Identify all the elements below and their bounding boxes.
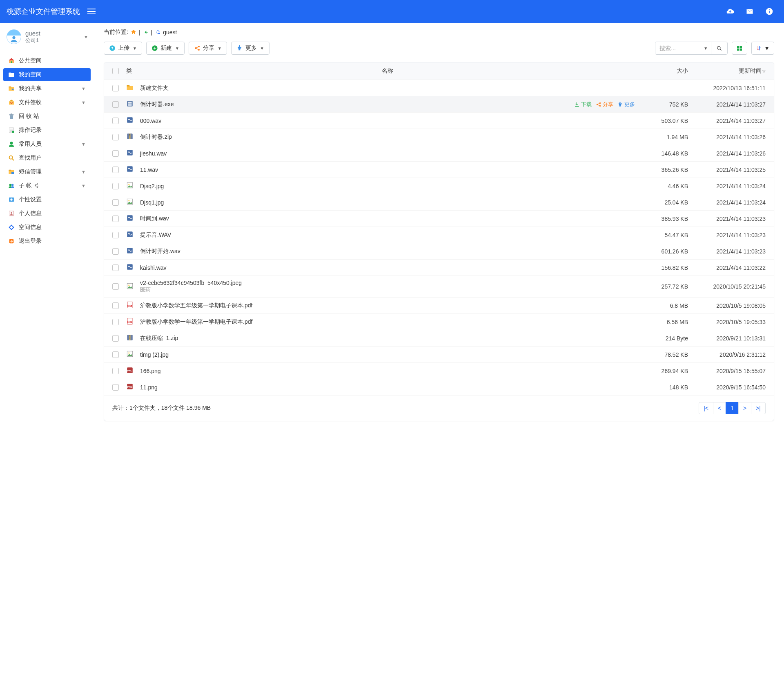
sidebar-item-10[interactable]: 个性设置	[3, 193, 91, 206]
sidebar-item-4[interactable]: 回 收 站	[3, 110, 91, 123]
row-checkbox[interactable]	[112, 335, 119, 342]
table-row[interactable]: PDF沪教版小学数学五年级第一学期电子课本.pdf6.8 MB2020/10/5…	[104, 298, 774, 314]
search-options-caret[interactable]: ▼	[700, 42, 711, 54]
hamburger-icon[interactable]	[87, 9, 96, 14]
sidebar-item-9[interactable]: 子 帐 号▼	[3, 179, 91, 192]
row-checkbox[interactable]	[112, 134, 119, 140]
sidebar-item-label: 我的空间	[19, 71, 86, 78]
table-row[interactable]: PDF沪教版小学数学一年级第一学期电子课本.pdf6.56 MB2020/10/…	[104, 314, 774, 330]
file-type-icon	[126, 100, 140, 109]
user-block[interactable]: guest 公司1 ▾	[3, 27, 91, 50]
cloud-download-icon[interactable]	[726, 7, 734, 16]
table-row[interactable]: Djsq2.jpg4.46 KB2021/4/14 11:03:24	[104, 178, 774, 194]
chevron-down-icon: ▼	[81, 183, 86, 188]
more-action[interactable]: 更多	[617, 101, 635, 108]
file-size: 156.82 KB	[635, 264, 688, 271]
mail-icon[interactable]	[746, 7, 754, 16]
pager-prev[interactable]: <	[713, 402, 726, 414]
new-button[interactable]: 新建▼	[146, 42, 185, 55]
row-checkbox[interactable]	[112, 351, 119, 358]
row-checkbox[interactable]	[112, 101, 119, 108]
sidebar-item-5[interactable]: 操作记录	[3, 124, 91, 137]
select-all-checkbox[interactable]	[112, 68, 119, 74]
refresh-icon[interactable]	[154, 29, 161, 36]
row-checkbox[interactable]	[112, 167, 119, 173]
sidebar-item-11[interactable]: 个人信息	[3, 207, 91, 220]
content: 当前位置: | | guest 上传▼ 新建▼ 分享▼	[94, 23, 784, 433]
row-checkbox[interactable]	[112, 283, 119, 290]
sidebar-item-3[interactable]: 文件签收▼	[3, 96, 91, 109]
search-input[interactable]	[655, 42, 700, 54]
sort-button[interactable]: ▼	[751, 42, 774, 55]
col-size[interactable]: 大小	[635, 67, 688, 75]
pager-next[interactable]: >	[738, 402, 751, 414]
share-action[interactable]: 分享	[596, 101, 613, 108]
back-arrow-icon[interactable]	[143, 29, 149, 36]
share-button[interactable]: 分享▼	[189, 42, 227, 55]
table-row[interactable]: 倒计时器.exe下载分享更多752 KB2021/4/14 11:03:27	[104, 96, 774, 113]
table-row[interactable]: Djsq1.jpg25.04 KB2021/4/14 11:03:24	[104, 194, 774, 211]
row-checkbox[interactable]	[112, 264, 119, 271]
view-grid-button[interactable]	[732, 42, 747, 55]
file-time: 2021/4/14 11:03:24	[688, 199, 766, 206]
file-time: 2021/4/14 11:03:23	[688, 232, 766, 238]
row-checkbox[interactable]	[112, 319, 119, 325]
search-group: ▼	[655, 42, 728, 55]
row-checkbox[interactable]	[112, 199, 119, 206]
table-row[interactable]: 新建文件夹2022/10/13 16:51:11	[104, 80, 774, 96]
pager-last[interactable]: >|	[751, 402, 766, 414]
table-row[interactable]: 倒计时开始.wav601.26 KB2021/4/14 11:03:23	[104, 243, 774, 260]
more-button[interactable]: 更多▼	[231, 42, 270, 55]
table-row[interactable]: v2-cebc5632f34c94503fb_540x450.jpeg医药257…	[104, 276, 774, 298]
sidebar-item-6[interactable]: 常用人员▼	[3, 138, 91, 151]
row-checkbox[interactable]	[112, 150, 119, 157]
row-checkbox[interactable]	[112, 384, 119, 391]
sidebar-item-2[interactable]: 我的共享▼	[3, 82, 91, 95]
col-type[interactable]: 类	[126, 67, 140, 75]
file-name: Djsq2.jpg	[140, 183, 164, 189]
table-row[interactable]: 提示音.WAV54.47 KB2021/4/14 11:03:23	[104, 227, 774, 243]
sidebar-item-13[interactable]: 退出登录	[3, 235, 91, 248]
table-row[interactable]: PNG11.png148 KB2020/9/15 16:54:50	[104, 379, 774, 396]
sidebar-item-label: 我的共享	[19, 85, 81, 92]
table-row[interactable]: timg (2).jpg78.52 KB2020/9/16 2:31:12	[104, 347, 774, 363]
info-icon[interactable]	[765, 7, 773, 16]
table-row[interactable]: 时间到.wav385.93 KB2021/4/14 11:03:23	[104, 211, 774, 227]
sidebar-item-1[interactable]: 我的空间	[3, 68, 91, 81]
row-checkbox[interactable]	[112, 216, 119, 222]
col-time[interactable]: 更新时间▽	[688, 67, 766, 75]
home-icon[interactable]	[130, 29, 137, 36]
download-action[interactable]: 下载	[574, 101, 592, 108]
breadcrumb-path[interactable]: guest	[163, 29, 177, 36]
pager-current[interactable]: 1	[726, 402, 739, 414]
sidebar-item-label: 公共空间	[19, 57, 86, 64]
table-row[interactable]: PNG166.png269.94 KB2020/9/15 16:55:07	[104, 363, 774, 379]
row-checkbox[interactable]	[112, 232, 119, 238]
row-checkbox[interactable]	[112, 248, 119, 255]
chevron-down-icon: ▼	[81, 142, 86, 147]
sidebar-item-8[interactable]: 短信管理▼	[3, 165, 91, 178]
row-checkbox[interactable]	[112, 118, 119, 124]
row-checkbox[interactable]	[112, 302, 119, 309]
table-row[interactable]: 000.wav503.07 KB2021/4/14 11:03:27	[104, 113, 774, 129]
row-checkbox[interactable]	[112, 183, 119, 189]
sidebar-item-7[interactable]: 查找用户	[3, 151, 91, 164]
pager-first[interactable]: |<	[699, 402, 713, 414]
col-name[interactable]: 名称	[140, 67, 635, 75]
row-checkbox[interactable]	[112, 368, 119, 374]
sidebar-item-0[interactable]: 公共空间	[3, 54, 91, 67]
table-row[interactable]: kaishi.wav156.82 KB2021/4/14 11:03:22	[104, 260, 774, 276]
upload-button[interactable]: 上传▼	[104, 42, 142, 55]
table-row[interactable]: 在线压缩_1.zip214 Byte2020/9/21 10:13:31	[104, 330, 774, 347]
table-row[interactable]: 倒计时器.zip1.94 MB2021/4/14 11:03:26	[104, 129, 774, 145]
sidebar-item-12[interactable]: 空间信息	[3, 221, 91, 234]
file-size: 54.47 KB	[635, 232, 688, 238]
file-type-icon	[126, 165, 140, 174]
row-checkbox[interactable]	[112, 85, 119, 91]
table-row[interactable]: jieshu.wav146.48 KB2021/4/14 11:03:26	[104, 145, 774, 162]
svg-rect-50	[128, 103, 132, 106]
search-button[interactable]	[711, 42, 727, 54]
file-size: 148 KB	[635, 384, 688, 391]
table-row[interactable]: 11.wav365.26 KB2021/4/14 11:03:25	[104, 162, 774, 178]
breadcrumb-label: 当前位置:	[104, 29, 128, 36]
